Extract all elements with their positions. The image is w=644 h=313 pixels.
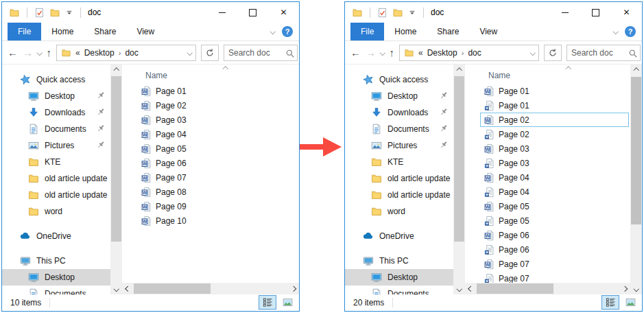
file-row[interactable]: Page 10 [137, 213, 298, 228]
toolbar-customize-button[interactable] [65, 8, 73, 16]
file-row[interactable]: Page 02 [480, 113, 629, 127]
sidebar-item-old-article-update[interactable]: old article update [345, 187, 453, 203]
sidebar-item-old-article-update[interactable]: old article update [345, 170, 453, 187]
search-input[interactable]: Search doc [567, 45, 641, 61]
sidebar-item-this-pc[interactable]: This PC [2, 253, 110, 269]
file-row[interactable]: Page 02 [137, 98, 298, 113]
file-row[interactable]: Page 05 [480, 199, 629, 213]
file-row[interactable]: Page 04 [137, 127, 298, 141]
tab-view[interactable]: View [126, 23, 165, 40]
sidebar-item-downloads[interactable]: Downloads [2, 104, 110, 121]
new-folder-button[interactable] [49, 8, 60, 18]
file-row[interactable]: Page 07 [480, 257, 629, 271]
address-collapsed-icon[interactable]: « [75, 48, 80, 58]
file-row[interactable]: Page 01 [480, 84, 629, 98]
refresh-button[interactable] [201, 45, 219, 61]
forward-button[interactable]: → [366, 47, 376, 58]
file-row[interactable]: Page 03 [480, 141, 629, 156]
address-bar[interactable]: «Desktop›doc [56, 45, 196, 61]
breadcrumb-item[interactable]: Desktop [84, 48, 115, 58]
sidebar-item-quick-access[interactable]: Quick access [2, 71, 110, 88]
scrollbar-up-arrow[interactable] [453, 65, 465, 76]
back-button[interactable]: ← [350, 47, 361, 58]
address-dropdown-icon[interactable] [529, 50, 535, 56]
scrollbar-down-arrow[interactable] [110, 283, 122, 294]
sidebar-scrollbar[interactable] [453, 65, 465, 294]
scrollbar-up-arrow[interactable] [110, 65, 122, 76]
refresh-button[interactable] [544, 45, 562, 61]
sidebar-item-this-pc[interactable]: This PC [345, 253, 453, 269]
new-folder-button[interactable] [392, 8, 403, 18]
help-button[interactable]: ? [625, 26, 636, 37]
up-button[interactable]: ↑ [47, 47, 52, 58]
scrollbar-right-arrow[interactable] [288, 283, 298, 294]
ribbon-expand-icon[interactable] [270, 29, 275, 34]
sidebar-scrollbar[interactable] [110, 65, 122, 294]
scrollbar-left-arrow[interactable] [123, 283, 133, 294]
breadcrumb-item[interactable]: Desktop [427, 48, 457, 58]
help-button[interactable]: ? [282, 26, 293, 37]
file-row[interactable]: Page 07 [480, 271, 629, 283]
file-row[interactable]: Page 04 [480, 185, 629, 199]
close-button[interactable]: ✕ [268, 2, 299, 23]
tab-home[interactable]: Home [384, 23, 427, 40]
column-header-name[interactable]: Name [122, 65, 299, 84]
details-view-button[interactable] [259, 295, 276, 310]
recent-locations-icon[interactable] [380, 50, 385, 56]
minimize-button[interactable] [549, 2, 580, 23]
file-row[interactable]: Page 06 [137, 156, 298, 170]
thumbnails-view-button[interactable] [621, 295, 639, 310]
properties-check-button[interactable] [34, 8, 45, 18]
scrollbar-thumb[interactable] [454, 76, 464, 242]
sidebar-item-desktop[interactable]: Desktop [2, 269, 110, 286]
sidebar-item-old-article-update[interactable]: old article update [2, 187, 110, 203]
horizontal-scrollbar[interactable] [465, 283, 630, 294]
sidebar-item-documents[interactable]: Documents [345, 286, 453, 294]
file-row[interactable]: Page 06 [480, 242, 629, 257]
thumbnails-view-button[interactable] [278, 295, 296, 310]
forward-button[interactable]: → [23, 47, 33, 58]
tab-share[interactable]: Share [84, 23, 126, 40]
file-row[interactable]: Page 03 [137, 113, 298, 127]
sidebar-item-quick-access[interactable]: Quick access [345, 71, 453, 88]
file-row[interactable]: Page 05 [480, 213, 629, 228]
tab-home[interactable]: Home [41, 23, 84, 40]
sidebar-item-onedrive[interactable]: OneDrive [345, 228, 453, 244]
file-row[interactable]: Page 08 [137, 185, 298, 199]
sidebar-item-desktop[interactable]: Desktop [345, 88, 453, 104]
sidebar-item-desktop[interactable]: Desktop [345, 269, 453, 286]
file-row[interactable]: Page 07 [137, 170, 298, 185]
file-row[interactable]: Page 02 [480, 127, 629, 141]
ribbon-expand-icon[interactable] [612, 29, 618, 34]
sidebar-item-pictures[interactable]: Pictures [2, 137, 110, 154]
search-input[interactable]: Search doc [224, 45, 298, 61]
sidebar-item-desktop[interactable]: Desktop [2, 88, 110, 104]
sidebar-item-pictures[interactable]: Pictures [345, 137, 453, 154]
file-row[interactable]: Page 05 [137, 141, 298, 156]
breadcrumb-item[interactable]: doc [468, 48, 481, 58]
scrollbar-down-arrow[interactable] [630, 283, 642, 294]
tab-view[interactable]: View [469, 23, 508, 40]
back-button[interactable]: ← [8, 47, 18, 58]
properties-check-button[interactable] [377, 8, 387, 18]
sidebar-item-documents[interactable]: Documents [2, 121, 110, 137]
address-dropdown-icon[interactable] [187, 50, 192, 56]
scrollbar-thumb[interactable] [111, 76, 121, 242]
sidebar-item-word[interactable]: word [2, 203, 110, 220]
sidebar-item-old-article-update[interactable]: old article update [2, 170, 110, 187]
scrollbar-up-arrow[interactable] [630, 65, 642, 76]
file-list-scrollbar[interactable] [630, 65, 642, 294]
minimize-button[interactable] [206, 2, 237, 23]
scrollbar-thumb[interactable] [477, 283, 553, 294]
horizontal-scrollbar[interactable] [122, 283, 299, 294]
sidebar-item-word[interactable]: word [345, 203, 453, 220]
address-collapsed-icon[interactable]: « [418, 48, 423, 58]
breadcrumb-item[interactable]: doc [125, 48, 138, 58]
file-row[interactable]: Page 01 [137, 84, 298, 98]
maximize-button[interactable] [580, 2, 611, 23]
tab-file[interactable]: File [8, 23, 41, 40]
scrollbar-thumb[interactable] [631, 77, 641, 224]
sidebar-item-onedrive[interactable]: OneDrive [2, 228, 110, 244]
column-header-name[interactable]: Name [465, 65, 630, 84]
scrollbar-right-arrow[interactable] [619, 283, 630, 294]
